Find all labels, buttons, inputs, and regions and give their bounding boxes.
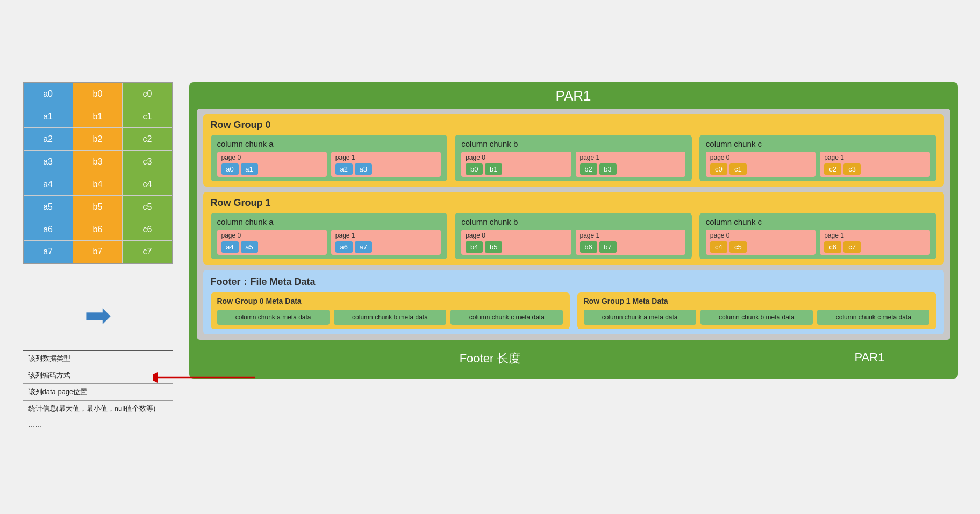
page-title: page 1 [335, 154, 437, 161]
column-chunk: column chunk cpage 0c4c5page 1c6c7 [699, 213, 936, 259]
cell-a: a0 [23, 83, 73, 105]
meta-group-title: Row Group 1 Meta Data [584, 297, 930, 305]
page-cells: a4a5 [221, 241, 323, 253]
page-box: page 1c6c7 [820, 230, 929, 255]
meta-chunk: column chunk a meta data [217, 310, 330, 325]
footer-section: Footer：File Meta Data Row Group 0 Meta D… [203, 270, 944, 335]
cell-a: a5 [23, 196, 73, 218]
page-cell: c4 [710, 241, 727, 253]
cell-b: b1 [73, 105, 123, 128]
main-container: a0b0c0a1b1c1a2b2c2a3b3c3a4b4c4a5b5c5a6b6… [12, 72, 969, 443]
column-chunk-title: column chunk b [461, 217, 685, 226]
page-cells: c0c1 [710, 163, 811, 175]
row-group-1: Row Group 1 column chunk apage 0a4a5page… [203, 192, 944, 265]
column-chunk-title: column chunk b [461, 139, 685, 148]
page-title: page 1 [580, 154, 681, 161]
page-cells: b0b1 [466, 163, 567, 175]
row-group-0-title: Row Group 0 [211, 119, 936, 131]
par1-title: PAR1 [197, 88, 950, 104]
cell-c: c5 [123, 196, 173, 218]
page-cell: a4 [221, 241, 239, 253]
page-title: page 1 [824, 232, 925, 239]
par1-bottom-bar: PAR1 [789, 344, 950, 373]
page-title: page 0 [221, 232, 323, 239]
page-box: page 1c2c3 [820, 152, 929, 177]
column-chunk-title: column chunk c [706, 217, 930, 226]
page-box: page 0b0b1 [461, 152, 571, 177]
cell-a: a6 [23, 218, 73, 241]
legend-row: 该列编码方式 [23, 367, 173, 384]
cell-c: c7 [123, 241, 173, 263]
table-row: a6b6c6 [23, 218, 173, 241]
page-cells: c6c7 [824, 241, 925, 253]
page-box: page 1a2a3 [331, 152, 441, 177]
cell-c: c4 [123, 173, 173, 196]
data-table: a0b0c0a1b1c1a2b2c2a3b3c3a4b4c4a5b5c5a6b6… [23, 82, 173, 264]
cell-c: c0 [123, 83, 173, 105]
footer-title: Footer：File Meta Data [211, 275, 936, 288]
table-row: a7b7c7 [23, 241, 173, 263]
column-chunk-title: column chunk c [706, 139, 930, 148]
cell-b: b3 [73, 151, 123, 173]
page-cell: b2 [580, 163, 597, 175]
legend-row: 该列数据类型 [23, 351, 173, 367]
page-cells: a6a7 [335, 241, 437, 253]
cell-c: c3 [123, 151, 173, 173]
meta-chunk: column chunk a meta data [584, 310, 696, 325]
table-row: a1b1c1 [23, 105, 173, 128]
page-cell: c6 [824, 241, 841, 253]
table-row: a5b5c5 [23, 196, 173, 218]
cell-a: a7 [23, 241, 73, 263]
column-chunk: column chunk apage 0a4a5page 1a6a7 [211, 213, 448, 259]
cell-a: a1 [23, 105, 73, 128]
page-cell: b5 [485, 241, 502, 253]
legend-row: 该列data page位置 [23, 384, 173, 401]
cell-a: a4 [23, 173, 73, 196]
cell-b: b4 [73, 173, 123, 196]
page-cell: c1 [729, 163, 747, 175]
legend-box: 该列数据类型该列编码方式该列data page位置统计信息(最大值，最小值，nu… [23, 350, 173, 432]
pages-row: page 0a0a1page 1a2a3 [217, 152, 441, 177]
pages-row: page 0b4b5page 1b6b7 [461, 230, 685, 255]
legend-row: 统计信息(最大值，最小值，null值个数等) [23, 401, 173, 417]
column-chunk: column chunk bpage 0b0b1page 1b2b3 [455, 135, 692, 181]
page-cell: b7 [599, 241, 617, 253]
meta-group-title: Row Group 0 Meta Data [217, 297, 563, 305]
page-cell: c5 [729, 241, 747, 253]
page-cells: b4b5 [466, 241, 567, 253]
cell-b: b2 [73, 128, 123, 151]
meta-chunk: column chunk c meta data [450, 310, 563, 325]
page-title: page 1 [335, 232, 437, 239]
cell-c: c6 [123, 218, 173, 241]
page-title: page 0 [710, 232, 811, 239]
page-cells: a0a1 [221, 163, 323, 175]
par1-container: PAR1 Row Group 0 column chunk apage 0a0a… [189, 82, 958, 379]
column-chunk-title: column chunk a [217, 217, 441, 226]
table-row: a0b0c0 [23, 83, 173, 105]
page-cell: a7 [355, 241, 372, 253]
legend-row: …… [23, 417, 173, 432]
page-box: page 0a4a5 [217, 230, 327, 255]
page-cell: b4 [466, 241, 483, 253]
meta-chunk: column chunk b meta data [700, 310, 813, 325]
page-cell: a5 [241, 241, 258, 253]
page-cells: b2b3 [580, 163, 681, 175]
meta-chunk: column chunk b meta data [334, 310, 446, 325]
page-title: page 0 [221, 154, 323, 161]
page-cell: c2 [824, 163, 841, 175]
column-chunk: column chunk bpage 0b4b5page 1b6b7 [455, 213, 692, 259]
page-cell: b6 [580, 241, 597, 253]
page-box: page 0c4c5 [706, 230, 816, 255]
pages-row: page 0c4c5page 1c6c7 [706, 230, 930, 255]
pages-row: page 0b0b1page 1b2b3 [461, 152, 685, 177]
page-cell: a3 [355, 163, 372, 175]
cell-b: b6 [73, 218, 123, 241]
page-title: page 0 [466, 154, 567, 161]
page-cells: a2a3 [335, 163, 437, 175]
meta-group: Row Group 1 Meta Datacolumn chunk a meta… [577, 292, 936, 330]
cell-b: b5 [73, 196, 123, 218]
pages-row: page 0c0c1page 1c2c3 [706, 152, 930, 177]
meta-chunk: column chunk c meta data [817, 310, 929, 325]
right-arrow: ➡ [23, 296, 173, 334]
page-title: page 0 [710, 154, 811, 161]
